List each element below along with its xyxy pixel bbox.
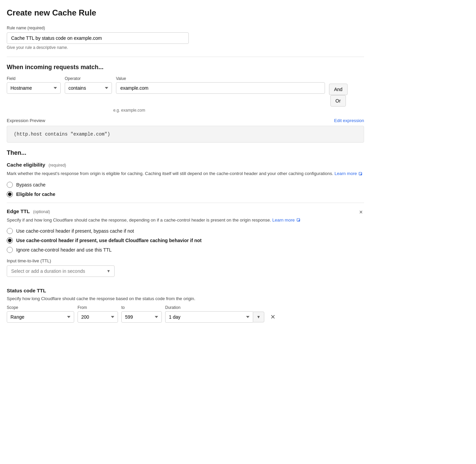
condition-row: Field Hostname URI IP Source Address Ope… xyxy=(7,76,364,107)
then-title: Then... xyxy=(7,149,364,156)
page-title: Create new Cache Rule xyxy=(7,8,364,18)
and-or-buttons: And Or xyxy=(329,76,364,107)
value-label: Value xyxy=(116,76,325,81)
external-link-icon xyxy=(359,172,363,176)
radio-bypass-cache-input[interactable] xyxy=(7,182,13,188)
operator-label: Operator xyxy=(65,76,112,81)
rule-name-helper: Give your rule a descriptive name. xyxy=(7,45,364,50)
value-input[interactable] xyxy=(116,82,325,94)
edge-ttl-description: Specify if and how long Cloudflare shoul… xyxy=(7,217,364,224)
field-label: Field xyxy=(7,76,61,81)
edge-ttl-options: Use cache-control header if present, byp… xyxy=(7,228,364,253)
or-button[interactable]: Or xyxy=(330,95,346,107)
radio-bypass-if-no-cc-label: Use cache-control header if present, byp… xyxy=(16,228,134,234)
and-button[interactable]: And xyxy=(329,84,348,95)
edge-ttl-header: Edge TTL (optional) xyxy=(7,208,364,214)
cache-eligibility-header: Cache eligibility (required) xyxy=(7,162,364,168)
radio-eligible-cache-input[interactable] xyxy=(7,191,13,197)
to-select[interactable]: 599 499 299 xyxy=(121,311,162,323)
radio-use-default-cf-input[interactable] xyxy=(7,237,13,243)
when-section: When incoming requests match... Field Ho… xyxy=(7,64,364,113)
external-link-icon-2 xyxy=(297,218,301,222)
from-col: From 200 301 404 500 xyxy=(78,305,118,323)
value-col: Value xyxy=(116,76,325,94)
radio-ignore-cc-label: Ignore cache-control header and use this… xyxy=(16,247,112,253)
operator-col: Operator contains equals starts with xyxy=(65,76,112,94)
cache-eligibility-section: Cache eligibility (required) Mark whethe… xyxy=(7,162,364,197)
duration-dropdown-button[interactable]: ▼ xyxy=(253,312,264,322)
radio-ignore-cc[interactable]: Ignore cache-control header and use this… xyxy=(7,247,364,253)
then-section: Then... Cache eligibility (required) Mar… xyxy=(7,149,364,323)
radio-eligible-for-cache[interactable]: Eligible for cache xyxy=(7,191,364,197)
radio-bypass-if-no-cc-input[interactable] xyxy=(7,228,13,234)
ttl-select-input[interactable] xyxy=(7,265,115,277)
value-helper: e.g. example.com xyxy=(113,108,364,113)
when-title: When incoming requests match... xyxy=(7,64,364,71)
edit-expression-link[interactable]: Edit expression xyxy=(334,118,364,123)
cache-eligibility-description: Mark whether the request's response from… xyxy=(7,170,364,177)
rule-name-section: Rule name (required) Give your rule a de… xyxy=(7,26,364,50)
divider-1 xyxy=(7,57,364,57)
scope-col: Scope Range Equals Greater than xyxy=(7,305,74,323)
radio-bypass-if-no-cc[interactable]: Use cache-control header if present, byp… xyxy=(7,228,364,234)
from-select[interactable]: 200 301 404 500 xyxy=(78,311,118,323)
edge-ttl-title: Edge TTL xyxy=(7,208,30,214)
expression-preview-header: Expression Preview Edit expression xyxy=(7,118,364,123)
cache-eligibility-options: Bypass cache Eligible for cache xyxy=(7,182,364,197)
delete-row-col: ✕ xyxy=(268,312,278,323)
cache-eligibility-learn-more[interactable]: Learn more xyxy=(334,171,363,176)
from-label: From xyxy=(78,305,118,310)
to-label: to xyxy=(121,305,162,310)
radio-bypass-cache-label: Bypass cache xyxy=(16,182,46,187)
to-col: to 599 499 299 xyxy=(121,305,162,323)
field-select[interactable]: Hostname URI IP Source Address xyxy=(7,82,61,94)
expression-preview-label: Expression Preview xyxy=(7,118,45,123)
cache-eligibility-title: Cache eligibility xyxy=(7,162,45,168)
ttl-select-wrapper: ▼ xyxy=(7,265,115,277)
duration-wrapper: 1 day 1 hour 1 minute Custom ▼ xyxy=(165,311,264,323)
duration-label: Duration xyxy=(165,305,264,310)
status-code-ttl-title: Status code TTL xyxy=(7,288,364,293)
field-col: Field Hostname URI IP Source Address xyxy=(7,76,61,94)
radio-bypass-cache[interactable]: Bypass cache xyxy=(7,182,364,188)
rule-name-label: Rule name (required) xyxy=(7,26,364,30)
scope-label: Scope xyxy=(7,305,74,310)
scope-row: Scope Range Equals Greater than From 200… xyxy=(7,305,364,323)
ttl-input-label: Input time-to-live (TTL) xyxy=(7,258,364,263)
operator-select[interactable]: contains equals starts with xyxy=(65,82,112,94)
radio-use-default-cf-label: Use cache-control header if present, use… xyxy=(16,238,202,243)
edge-ttl-optional: (optional) xyxy=(33,209,50,214)
edge-ttl-learn-more[interactable]: Learn more xyxy=(272,218,301,223)
expression-box: (http.host contains "example.com") xyxy=(7,126,364,143)
edge-ttl-section: × Edge TTL (optional) Specify if and how… xyxy=(7,203,364,283)
rule-name-input[interactable] xyxy=(7,32,189,44)
status-code-ttl-section: Status code TTL Specify how long Cloudfl… xyxy=(7,288,364,323)
status-code-ttl-description: Specify how long Cloudflare should cache… xyxy=(7,296,364,301)
radio-eligible-cache-label: Eligible for cache xyxy=(16,192,55,197)
radio-use-default-cf[interactable]: Use cache-control header if present, use… xyxy=(7,237,364,243)
duration-col: Duration 1 day 1 hour 1 minute Custom ▼ xyxy=(165,305,264,323)
expression-preview-section: Expression Preview Edit expression (http… xyxy=(7,118,364,143)
cache-eligibility-required: (required) xyxy=(49,163,66,168)
duration-select[interactable]: 1 day 1 hour 1 minute Custom xyxy=(165,311,253,323)
edge-ttl-close-button[interactable]: × xyxy=(358,208,364,216)
scope-select[interactable]: Range Equals Greater than xyxy=(7,311,74,323)
radio-ignore-cc-input[interactable] xyxy=(7,247,13,253)
delete-row-button[interactable]: ✕ xyxy=(268,312,278,322)
